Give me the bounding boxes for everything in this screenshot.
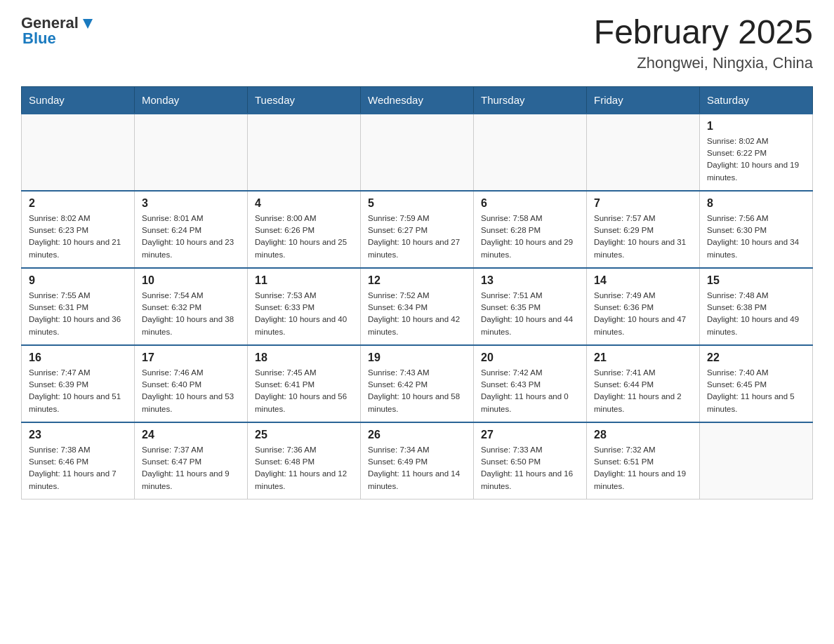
calendar-cell: 24Sunrise: 7:37 AM Sunset: 6:47 PM Dayli… xyxy=(135,422,248,499)
day-info: Sunrise: 8:02 AM Sunset: 6:23 PM Dayligh… xyxy=(29,213,127,261)
day-info: Sunrise: 7:54 AM Sunset: 6:32 PM Dayligh… xyxy=(142,290,240,338)
week-row-0: 1Sunrise: 8:02 AM Sunset: 6:22 PM Daylig… xyxy=(22,114,813,191)
day-info: Sunrise: 7:49 AM Sunset: 6:36 PM Dayligh… xyxy=(594,290,692,338)
calendar-cell: 3Sunrise: 8:01 AM Sunset: 6:24 PM Daylig… xyxy=(135,191,248,268)
calendar-cell xyxy=(474,114,587,191)
calendar-cell: 8Sunrise: 7:56 AM Sunset: 6:30 PM Daylig… xyxy=(700,191,813,268)
day-info: Sunrise: 7:59 AM Sunset: 6:27 PM Dayligh… xyxy=(368,213,466,261)
title-block: February 2025 Zhongwei, Ningxia, China xyxy=(594,14,813,72)
calendar-cell: 12Sunrise: 7:52 AM Sunset: 6:34 PM Dayli… xyxy=(361,268,474,345)
calendar-cell: 25Sunrise: 7:36 AM Sunset: 6:48 PM Dayli… xyxy=(248,422,361,499)
week-row-3: 16Sunrise: 7:47 AM Sunset: 6:39 PM Dayli… xyxy=(22,345,813,422)
calendar-cell: 4Sunrise: 8:00 AM Sunset: 6:26 PM Daylig… xyxy=(248,191,361,268)
day-info: Sunrise: 7:40 AM Sunset: 6:45 PM Dayligh… xyxy=(707,367,805,415)
calendar-cell: 2Sunrise: 8:02 AM Sunset: 6:23 PM Daylig… xyxy=(22,191,135,268)
weekday-header-sunday: Sunday xyxy=(22,86,135,114)
weekday-header-monday: Monday xyxy=(135,86,248,114)
svg-marker-0 xyxy=(83,19,93,29)
calendar-cell: 5Sunrise: 7:59 AM Sunset: 6:27 PM Daylig… xyxy=(361,191,474,268)
weekday-header-row: SundayMondayTuesdayWednesdayThursdayFrid… xyxy=(22,86,813,114)
week-row-1: 2Sunrise: 8:02 AM Sunset: 6:23 PM Daylig… xyxy=(22,191,813,268)
calendar-cell: 7Sunrise: 7:57 AM Sunset: 6:29 PM Daylig… xyxy=(587,191,700,268)
day-info: Sunrise: 7:46 AM Sunset: 6:40 PM Dayligh… xyxy=(142,367,240,415)
day-info: Sunrise: 8:01 AM Sunset: 6:24 PM Dayligh… xyxy=(142,213,240,261)
calendar-cell: 9Sunrise: 7:55 AM Sunset: 6:31 PM Daylig… xyxy=(22,268,135,345)
day-info: Sunrise: 7:53 AM Sunset: 6:33 PM Dayligh… xyxy=(255,290,353,338)
day-number: 23 xyxy=(29,429,127,441)
calendar-cell: 1Sunrise: 8:02 AM Sunset: 6:22 PM Daylig… xyxy=(700,114,813,191)
day-number: 2 xyxy=(29,197,127,210)
calendar-cell: 10Sunrise: 7:54 AM Sunset: 6:32 PM Dayli… xyxy=(135,268,248,345)
logo-blue-text: Blue xyxy=(22,29,95,48)
calendar-cell: 11Sunrise: 7:53 AM Sunset: 6:33 PM Dayli… xyxy=(248,268,361,345)
day-number: 5 xyxy=(368,197,466,210)
day-info: Sunrise: 7:38 AM Sunset: 6:46 PM Dayligh… xyxy=(29,444,127,492)
day-number: 11 xyxy=(255,274,353,287)
week-row-4: 23Sunrise: 7:38 AM Sunset: 6:46 PM Dayli… xyxy=(22,422,813,499)
day-number: 25 xyxy=(255,429,353,441)
day-number: 22 xyxy=(707,351,805,364)
weekday-header-wednesday: Wednesday xyxy=(361,86,474,114)
calendar-cell: 15Sunrise: 7:48 AM Sunset: 6:38 PM Dayli… xyxy=(700,268,813,345)
calendar-cell: 13Sunrise: 7:51 AM Sunset: 6:35 PM Dayli… xyxy=(474,268,587,345)
calendar-cell: 23Sunrise: 7:38 AM Sunset: 6:46 PM Dayli… xyxy=(22,422,135,499)
calendar-cell: 18Sunrise: 7:45 AM Sunset: 6:41 PM Dayli… xyxy=(248,345,361,422)
day-number: 20 xyxy=(481,351,579,364)
calendar-cell xyxy=(135,114,248,191)
day-info: Sunrise: 7:42 AM Sunset: 6:43 PM Dayligh… xyxy=(481,367,579,415)
day-number: 8 xyxy=(707,197,805,210)
calendar-cell: 6Sunrise: 7:58 AM Sunset: 6:28 PM Daylig… xyxy=(474,191,587,268)
day-info: Sunrise: 7:57 AM Sunset: 6:29 PM Dayligh… xyxy=(594,213,692,261)
day-info: Sunrise: 7:36 AM Sunset: 6:48 PM Dayligh… xyxy=(255,444,353,492)
weekday-header-thursday: Thursday xyxy=(474,86,587,114)
page-header: General Blue February 2025 Zhongwei, Nin… xyxy=(21,14,813,72)
weekday-header-friday: Friday xyxy=(587,86,700,114)
weekday-header-tuesday: Tuesday xyxy=(248,86,361,114)
calendar-cell xyxy=(361,114,474,191)
day-number: 17 xyxy=(142,351,240,364)
day-info: Sunrise: 7:55 AM Sunset: 6:31 PM Dayligh… xyxy=(29,290,127,338)
day-number: 16 xyxy=(29,351,127,364)
calendar-table: SundayMondayTuesdayWednesdayThursdayFrid… xyxy=(21,86,813,500)
location-title: Zhongwei, Ningxia, China xyxy=(594,54,813,72)
month-title: February 2025 xyxy=(594,14,813,51)
weekday-header-saturday: Saturday xyxy=(700,86,813,114)
day-number: 15 xyxy=(707,274,805,287)
calendar-cell: 22Sunrise: 7:40 AM Sunset: 6:45 PM Dayli… xyxy=(700,345,813,422)
calendar-cell: 14Sunrise: 7:49 AM Sunset: 6:36 PM Dayli… xyxy=(587,268,700,345)
day-number: 19 xyxy=(368,351,466,364)
day-number: 9 xyxy=(29,274,127,287)
day-number: 18 xyxy=(255,351,353,364)
day-info: Sunrise: 7:37 AM Sunset: 6:47 PM Dayligh… xyxy=(142,444,240,492)
calendar-cell xyxy=(22,114,135,191)
day-info: Sunrise: 7:47 AM Sunset: 6:39 PM Dayligh… xyxy=(29,367,127,415)
day-info: Sunrise: 7:41 AM Sunset: 6:44 PM Dayligh… xyxy=(594,367,692,415)
calendar-cell: 17Sunrise: 7:46 AM Sunset: 6:40 PM Dayli… xyxy=(135,345,248,422)
day-number: 27 xyxy=(481,429,579,441)
day-info: Sunrise: 7:58 AM Sunset: 6:28 PM Dayligh… xyxy=(481,213,579,261)
calendar-cell: 21Sunrise: 7:41 AM Sunset: 6:44 PM Dayli… xyxy=(587,345,700,422)
calendar-cell xyxy=(248,114,361,191)
day-info: Sunrise: 7:34 AM Sunset: 6:49 PM Dayligh… xyxy=(368,444,466,492)
day-number: 28 xyxy=(594,429,692,441)
calendar-cell: 26Sunrise: 7:34 AM Sunset: 6:49 PM Dayli… xyxy=(361,422,474,499)
day-number: 14 xyxy=(594,274,692,287)
day-number: 4 xyxy=(255,197,353,210)
week-row-2: 9Sunrise: 7:55 AM Sunset: 6:31 PM Daylig… xyxy=(22,268,813,345)
day-number: 6 xyxy=(481,197,579,210)
day-info: Sunrise: 7:48 AM Sunset: 6:38 PM Dayligh… xyxy=(707,290,805,338)
day-number: 12 xyxy=(368,274,466,287)
calendar-cell: 20Sunrise: 7:42 AM Sunset: 6:43 PM Dayli… xyxy=(474,345,587,422)
day-number: 21 xyxy=(594,351,692,364)
day-number: 7 xyxy=(594,197,692,210)
calendar-cell: 19Sunrise: 7:43 AM Sunset: 6:42 PM Dayli… xyxy=(361,345,474,422)
day-number: 13 xyxy=(481,274,579,287)
day-info: Sunrise: 7:45 AM Sunset: 6:41 PM Dayligh… xyxy=(255,367,353,415)
day-number: 3 xyxy=(142,197,240,210)
day-info: Sunrise: 8:02 AM Sunset: 6:22 PM Dayligh… xyxy=(707,135,805,184)
day-info: Sunrise: 7:52 AM Sunset: 6:34 PM Dayligh… xyxy=(368,290,466,338)
day-info: Sunrise: 7:32 AM Sunset: 6:51 PM Dayligh… xyxy=(594,444,692,492)
day-info: Sunrise: 7:33 AM Sunset: 6:50 PM Dayligh… xyxy=(481,444,579,492)
calendar-cell: 28Sunrise: 7:32 AM Sunset: 6:51 PM Dayli… xyxy=(587,422,700,499)
day-info: Sunrise: 7:56 AM Sunset: 6:30 PM Dayligh… xyxy=(707,213,805,261)
